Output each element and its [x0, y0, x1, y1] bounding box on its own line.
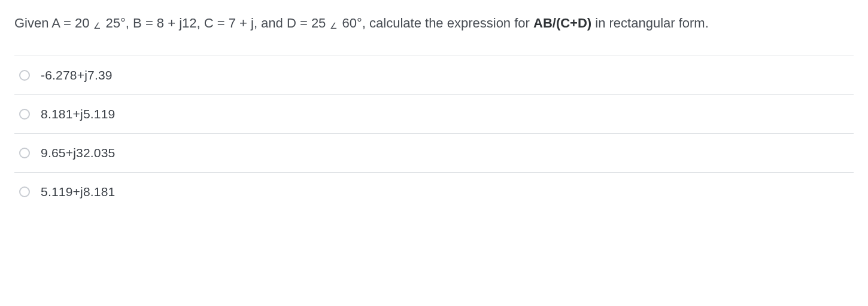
option-label: 5.119+j8.181	[41, 185, 115, 199]
radio-icon	[19, 186, 30, 197]
option-label: -6.278+j7.39	[41, 68, 113, 82]
radio-icon	[19, 148, 30, 158]
question-part-4: in rectangular form.	[591, 16, 709, 30]
angle-symbol-2: ∠	[330, 19, 338, 33]
radio-icon	[19, 70, 30, 81]
option-label: 8.181+j5.119	[41, 107, 115, 121]
question-part-2: 25°, B = 8 + j12, C = 7 + j, and D = 25	[102, 16, 329, 30]
question-text: Given A = 20 ∠ 25°, B = 8 + j12, C = 7 +…	[14, 12, 854, 34]
option-label: 9.65+j32.035	[41, 146, 115, 160]
radio-icon	[19, 109, 30, 120]
question-part-1: Given A = 20	[14, 16, 93, 30]
options-list: -6.278+j7.39 8.181+j5.119 9.65+j32.035 5…	[14, 56, 854, 211]
option-4[interactable]: 5.119+j8.181	[14, 173, 854, 211]
option-3[interactable]: 9.65+j32.035	[14, 134, 854, 173]
angle-symbol-1: ∠	[93, 19, 101, 33]
question-part-3: 60°, calculate the expression for	[338, 16, 533, 30]
option-2[interactable]: 8.181+j5.119	[14, 95, 854, 134]
question-expression: AB/(C+D)	[533, 16, 591, 30]
option-1[interactable]: -6.278+j7.39	[14, 56, 854, 95]
